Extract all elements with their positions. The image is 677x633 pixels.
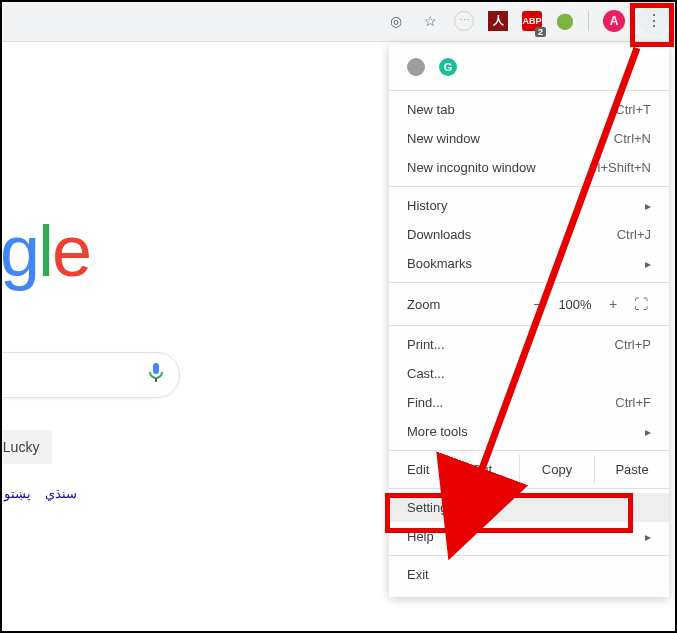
- shortcut-text: Ctrl+F: [615, 395, 651, 410]
- chrome-dropdown-menu: G New tab Ctrl+T New window Ctrl+N New i…: [389, 44, 669, 597]
- logo-letter-g: g: [0, 210, 38, 292]
- google-search-input[interactable]: [0, 352, 180, 398]
- feeling-lucky-button[interactable]: Feeling Lucky: [0, 430, 52, 464]
- menu-label: More tools: [407, 424, 468, 439]
- mic-icon[interactable]: [149, 363, 163, 388]
- menu-label: Exit: [407, 567, 429, 582]
- zoom-value: 100%: [555, 297, 595, 312]
- bookmark-star-icon[interactable]: ☆: [420, 11, 440, 31]
- menu-downloads[interactable]: Downloads Ctrl+J: [389, 220, 669, 249]
- shortcut-text: trl+Shift+N: [590, 160, 651, 175]
- grammarly-icon[interactable]: G: [439, 58, 457, 76]
- shortcut-text: Ctrl+T: [615, 102, 651, 117]
- extension-intel-icon[interactable]: ⋯: [454, 11, 474, 31]
- zoom-out-button[interactable]: −: [527, 294, 547, 314]
- svg-rect-0: [153, 363, 159, 374]
- google-homepage-area: g l e Feeling Lucky پښتو سنڌي: [0, 210, 190, 501]
- extension-android-icon[interactable]: ⬤: [556, 11, 574, 30]
- browser-toolbar: ◎ ☆ ⋯ 人 ABP2 ⬤ A ⋮: [0, 0, 677, 42]
- menu-label: Settings: [407, 500, 454, 515]
- menu-history[interactable]: History: [389, 191, 669, 220]
- menu-label: Downloads: [407, 227, 471, 242]
- menu-divider: [389, 450, 669, 451]
- abp-badge: 2: [535, 27, 546, 37]
- menu-exit[interactable]: Exit: [389, 560, 669, 589]
- lang-link-sindhi[interactable]: سنڌي: [45, 486, 77, 501]
- globe-icon[interactable]: [407, 58, 425, 76]
- shortcut-text: Ctrl+N: [614, 131, 651, 146]
- language-links: پښتو سنڌي: [0, 486, 190, 501]
- zoom-in-button[interactable]: +: [603, 294, 623, 314]
- menu-extension-row: G: [389, 52, 669, 86]
- menu-new-tab[interactable]: New tab Ctrl+T: [389, 95, 669, 124]
- menu-bookmarks[interactable]: Bookmarks: [389, 249, 669, 278]
- shortcut-text: Ctrl+J: [617, 227, 651, 242]
- menu-zoom-row: Zoom − 100% + ⛶: [389, 287, 669, 321]
- google-logo: g l e: [0, 210, 190, 292]
- menu-new-window[interactable]: New window Ctrl+N: [389, 124, 669, 153]
- profile-avatar[interactable]: A: [603, 10, 625, 32]
- menu-find[interactable]: Find... Ctrl+F: [389, 388, 669, 417]
- extension-adobe-icon[interactable]: 人: [488, 11, 508, 31]
- chrome-menu-button[interactable]: ⋮: [639, 6, 669, 36]
- extension-abp-icon[interactable]: ABP2: [522, 11, 542, 31]
- menu-edit-row: Edit Cut Copy Paste: [389, 455, 669, 484]
- menu-label: New window: [407, 131, 480, 146]
- fullscreen-icon[interactable]: ⛶: [631, 294, 651, 314]
- edit-paste-button[interactable]: Paste: [594, 455, 669, 484]
- zoom-label: Zoom: [407, 297, 440, 312]
- menu-cast[interactable]: Cast...: [389, 359, 669, 388]
- lang-link-pashto[interactable]: پښتو: [4, 486, 31, 501]
- menu-label: New incognito window: [407, 160, 536, 175]
- edit-copy-button[interactable]: Copy: [519, 455, 594, 484]
- menu-print[interactable]: Print... Ctrl+P: [389, 330, 669, 359]
- menu-label: Bookmarks: [407, 256, 472, 271]
- menu-divider: [389, 186, 669, 187]
- menu-divider: [389, 282, 669, 283]
- shortcut-text: Ctrl+P: [615, 337, 651, 352]
- menu-label: Help: [407, 529, 434, 544]
- menu-label: New tab: [407, 102, 455, 117]
- menu-more-tools[interactable]: More tools: [389, 417, 669, 446]
- menu-label: Cast...: [407, 366, 445, 381]
- menu-divider: [389, 90, 669, 91]
- kebab-icon: ⋮: [646, 11, 662, 30]
- menu-divider: [389, 488, 669, 489]
- logo-letter-e: e: [52, 210, 90, 292]
- toolbar-separator: [588, 11, 589, 31]
- menu-divider: [389, 555, 669, 556]
- target-icon[interactable]: ◎: [386, 11, 406, 31]
- edit-cut-button[interactable]: Cut: [444, 455, 519, 484]
- edit-label: Edit: [389, 455, 444, 484]
- menu-help[interactable]: Help: [389, 522, 669, 551]
- menu-settings[interactable]: Settings: [389, 493, 669, 522]
- logo-letter-l: l: [38, 210, 52, 292]
- menu-new-incognito[interactable]: New incognito window trl+Shift+N: [389, 153, 669, 182]
- menu-label: Find...: [407, 395, 443, 410]
- menu-divider: [389, 325, 669, 326]
- menu-label: Print...: [407, 337, 445, 352]
- menu-label: History: [407, 198, 447, 213]
